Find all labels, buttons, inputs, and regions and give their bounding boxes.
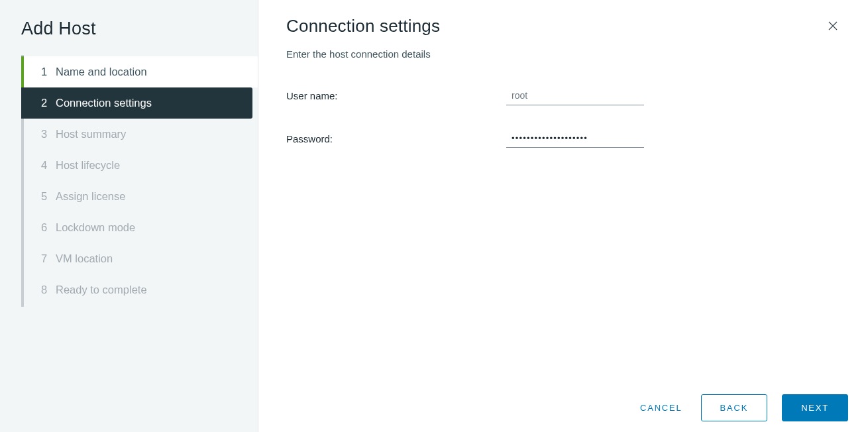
wizard-sidebar: Add Host 1 Name and location 2 Connectio… bbox=[0, 0, 258, 432]
step-number: 7 bbox=[41, 252, 56, 265]
username-row: User name: bbox=[286, 86, 843, 105]
wizard-content: Connection settings Enter the host conne… bbox=[258, 0, 868, 432]
username-label: User name: bbox=[286, 90, 506, 101]
step-host-summary: 3 Host summary bbox=[21, 119, 258, 150]
step-label: Name and location bbox=[56, 66, 147, 78]
step-number: 2 bbox=[41, 97, 56, 109]
step-ready-to-complete: 8 Ready to complete bbox=[21, 274, 258, 305]
page-subtitle: Enter the host connection details bbox=[286, 48, 843, 60]
back-button[interactable]: BACK bbox=[701, 394, 768, 421]
step-number: 4 bbox=[41, 159, 56, 172]
wizard-footer: CANCEL BACK NEXT bbox=[636, 394, 848, 421]
close-icon bbox=[827, 20, 839, 34]
cancel-button[interactable]: CANCEL bbox=[636, 396, 686, 419]
step-number: 6 bbox=[41, 221, 56, 234]
step-number: 3 bbox=[41, 128, 56, 140]
password-label: Password: bbox=[286, 133, 506, 144]
step-number: 5 bbox=[41, 190, 56, 203]
step-label: VM location bbox=[56, 252, 113, 265]
page-title: Connection settings bbox=[286, 16, 440, 36]
step-label: Ready to complete bbox=[56, 284, 147, 296]
content-header: Connection settings bbox=[286, 16, 843, 38]
next-button[interactable]: NEXT bbox=[782, 394, 848, 421]
step-label: Connection settings bbox=[56, 97, 152, 109]
step-connection-settings[interactable]: 2 Connection settings bbox=[21, 87, 252, 119]
password-input[interactable] bbox=[506, 129, 644, 148]
wizard-steps: 1 Name and location 2 Connection setting… bbox=[21, 55, 258, 307]
step-label: Host lifecycle bbox=[56, 159, 120, 172]
step-name-and-location[interactable]: 1 Name and location bbox=[21, 56, 258, 87]
step-number: 1 bbox=[41, 66, 56, 78]
wizard-title: Add Host bbox=[0, 0, 258, 55]
add-host-wizard: Add Host 1 Name and location 2 Connectio… bbox=[0, 0, 868, 432]
close-button[interactable] bbox=[823, 16, 843, 38]
step-vm-location: 7 VM location bbox=[21, 243, 258, 274]
step-label: Assign license bbox=[56, 190, 125, 203]
username-input[interactable] bbox=[506, 86, 644, 105]
connection-form: User name: Password: bbox=[286, 86, 843, 172]
step-label: Host summary bbox=[56, 128, 126, 140]
step-number: 8 bbox=[41, 284, 56, 296]
step-assign-license: 5 Assign license bbox=[21, 181, 258, 212]
password-row: Password: bbox=[286, 129, 843, 148]
step-host-lifecycle: 4 Host lifecycle bbox=[21, 150, 258, 181]
step-lockdown-mode: 6 Lockdown mode bbox=[21, 212, 258, 243]
step-label: Lockdown mode bbox=[56, 221, 135, 234]
